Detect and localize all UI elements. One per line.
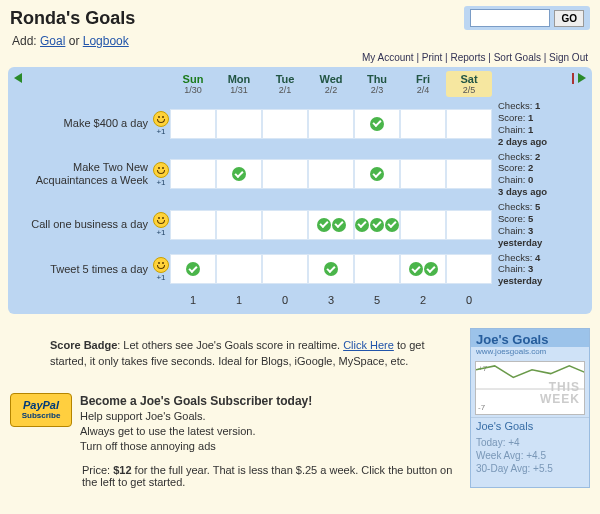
- goal-day-cell[interactable]: [170, 109, 216, 139]
- check-icon: [186, 262, 200, 276]
- check-icon: [232, 167, 246, 181]
- day-header: Sun1/30: [170, 71, 216, 97]
- goal-day-cell[interactable]: [216, 254, 262, 284]
- goal-stats: Checks: 4Chain: 3yesterday: [492, 252, 582, 288]
- check-icon: [317, 218, 331, 232]
- goal-weight: +1: [156, 273, 165, 282]
- goal-weight: +1: [156, 228, 165, 237]
- check-icon: [355, 218, 369, 232]
- smile-icon: [153, 257, 169, 273]
- subscribe-line3: Turn off those annoying ads: [80, 439, 312, 454]
- day-total: 0: [446, 290, 492, 306]
- day-header: Thu2/3: [354, 71, 400, 97]
- add-logbook-link[interactable]: Logbook: [83, 34, 129, 48]
- day-total: 3: [308, 290, 354, 306]
- widget-title: Joe's Goals: [471, 329, 589, 347]
- goal-day-cell[interactable]: [354, 210, 400, 240]
- goal-day-cell[interactable]: [216, 210, 262, 240]
- paypal-logo-text: PayPal: [11, 399, 71, 411]
- goal-label: Call one business a day: [12, 218, 152, 231]
- goal-day-cell[interactable]: [354, 109, 400, 139]
- widget-url: www.joesgoals.com: [471, 347, 589, 359]
- goal-day-cell[interactable]: [354, 159, 400, 189]
- price-label: Price:: [82, 464, 110, 476]
- widget-today: Today: +4: [476, 436, 584, 449]
- score-badge-link[interactable]: Click Here: [343, 339, 394, 351]
- smile-icon: [153, 212, 169, 228]
- goal-day-cell[interactable]: [216, 109, 262, 139]
- link-reports[interactable]: Reports: [451, 52, 486, 63]
- subscribe-block: PayPal Subscribe Become a Joe's Goals Su…: [10, 393, 460, 454]
- goal-day-cell[interactable]: [446, 210, 492, 240]
- goal-day-cell[interactable]: [446, 159, 492, 189]
- prev-week-button[interactable]: [14, 73, 28, 83]
- check-icon: [324, 262, 338, 276]
- goal-day-cell[interactable]: [308, 254, 354, 284]
- goal-stats: Checks: 5Score: 5Chain: 3yesterday: [492, 201, 582, 249]
- paypal-subscribe-button[interactable]: PayPal Subscribe: [10, 393, 72, 427]
- widget-chart: +7 -7 THIS WEEK: [475, 361, 585, 415]
- day-total: 0: [262, 290, 308, 306]
- goal-day-cell[interactable]: [354, 254, 400, 284]
- goal-icon-cell: +1: [152, 162, 170, 187]
- day-header: Wed2/2: [308, 71, 354, 97]
- goal-day-cell[interactable]: [262, 109, 308, 139]
- goal-label: Make Two New Acquaintances a Week: [12, 161, 152, 187]
- add-or: or: [69, 34, 80, 48]
- goal-icon-cell: +1: [152, 212, 170, 237]
- goal-day-cell[interactable]: [308, 109, 354, 139]
- goal-stats: Checks: 1Score: 1Chain: 12 days ago: [492, 100, 582, 148]
- goal-day-cell[interactable]: [446, 109, 492, 139]
- goal-day-cell[interactable]: [308, 210, 354, 240]
- goal-day-cell[interactable]: [308, 159, 354, 189]
- goal-icon-cell: +1: [152, 111, 170, 136]
- goal-day-cell[interactable]: [400, 254, 446, 284]
- goal-label: Tweet 5 times a day: [12, 263, 152, 276]
- goal-weight: +1: [156, 127, 165, 136]
- day-total: 1: [170, 290, 216, 306]
- goal-day-cell[interactable]: [400, 109, 446, 139]
- goal-day-cell[interactable]: [170, 210, 216, 240]
- widget-week: Week Avg: +4.5: [476, 449, 584, 462]
- score-badge-t1: : Let others see Joe's Goals score in re…: [117, 339, 343, 351]
- add-goal-link[interactable]: Goal: [40, 34, 65, 48]
- goal-day-cell[interactable]: [216, 159, 262, 189]
- chart-line: [476, 362, 585, 415]
- goal-day-cell[interactable]: [262, 159, 308, 189]
- goal-day-cell[interactable]: [170, 159, 216, 189]
- subscribe-headline: Become a Joe's Goals Subscriber today!: [80, 393, 312, 409]
- calendar-icon[interactable]: [572, 73, 574, 84]
- search-box: GO: [464, 6, 590, 30]
- check-icon: [424, 262, 438, 276]
- add-line: Add: Goal or Logbook: [0, 32, 600, 50]
- goal-day-cell[interactable]: [170, 254, 216, 284]
- goal-day-cell[interactable]: [262, 254, 308, 284]
- link-sort-goals[interactable]: Sort Goals: [494, 52, 541, 63]
- next-week-button[interactable]: [578, 73, 586, 83]
- price-value: $12: [113, 464, 131, 476]
- goal-day-cell[interactable]: [400, 159, 446, 189]
- goal-icon-cell: +1: [152, 257, 170, 282]
- check-icon: [332, 218, 346, 232]
- goal-day-cell[interactable]: [262, 210, 308, 240]
- link-my-account[interactable]: My Account: [362, 52, 414, 63]
- day-header: Fri2/4: [400, 71, 446, 97]
- goal-label: Make $400 a day: [12, 117, 152, 130]
- link-sign-out[interactable]: Sign Out: [549, 52, 588, 63]
- goal-stats: Checks: 2Score: 2Chain: 03 days ago: [492, 151, 582, 199]
- day-total: 2: [400, 290, 446, 306]
- goal-day-cell[interactable]: [400, 210, 446, 240]
- score-badge-blurb: Score Badge: Let others see Joe's Goals …: [50, 338, 460, 369]
- check-icon: [370, 117, 384, 131]
- day-total: 5: [354, 290, 400, 306]
- top-links: My Account | Print | Reports | Sort Goal…: [0, 50, 600, 67]
- link-print[interactable]: Print: [422, 52, 443, 63]
- check-icon: [409, 262, 423, 276]
- score-badge-label: Score Badge: [50, 339, 117, 351]
- go-button[interactable]: GO: [554, 10, 584, 27]
- score-widget: Joe's Goals www.joesgoals.com +7 -7 THIS…: [470, 328, 590, 488]
- day-header: Mon1/31: [216, 71, 262, 97]
- search-input[interactable]: [470, 9, 550, 27]
- day-total: 1: [216, 290, 262, 306]
- goal-day-cell[interactable]: [446, 254, 492, 284]
